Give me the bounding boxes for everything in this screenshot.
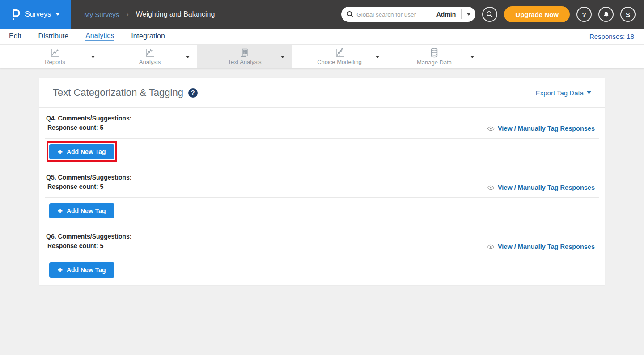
tab-analysis[interactable]: Analysis — [102, 45, 197, 68]
search-icon — [486, 11, 493, 18]
upgrade-now-button[interactable]: Upgrade Now — [504, 6, 570, 22]
surveys-app-menu[interactable]: Surveys — [0, 0, 71, 29]
question-title: Q4. Comments/Suggestions: — [46, 114, 131, 123]
eye-icon — [487, 126, 495, 131]
button-wrap: ✚ Add New Tag — [49, 262, 114, 278]
eye-icon — [487, 244, 495, 249]
notifications-button[interactable] — [598, 7, 614, 22]
trend-chart-icon — [144, 48, 155, 58]
view-link-label: View / Manually Tag Responses — [498, 243, 595, 250]
eye-icon — [487, 185, 495, 190]
search-button[interactable] — [482, 7, 497, 22]
plus-icon: ✚ — [58, 208, 63, 214]
breadcrumb: My Surveys › Weighting and Balancing — [84, 10, 215, 18]
global-search-input[interactable] — [354, 11, 436, 18]
view-manually-tag-link[interactable]: View / Manually Tag Responses — [487, 243, 595, 250]
add-new-tag-button[interactable]: ✚ Add New Tag — [49, 203, 114, 218]
top-bar: Surveys My Surveys › Weighting and Balan… — [0, 0, 644, 29]
tab-manage-data[interactable]: Manage Data — [387, 45, 482, 68]
highlight-annotation: ✚ Add New Tag — [49, 144, 114, 159]
scatter-chart-icon — [334, 48, 345, 58]
tab-choice-modelling[interactable]: Choice Modelling — [292, 45, 387, 68]
question-section-q6: Q6. Comments/Suggestions: Response count… — [39, 226, 605, 285]
plus-icon: ✚ — [58, 149, 63, 155]
question-section-q5: Q5. Comments/Suggestions: Response count… — [39, 167, 605, 226]
breadcrumb-chevron-icon: › — [126, 10, 128, 18]
page-title: Text Categorization & Tagging — [53, 87, 183, 98]
response-count: Response count: 5 — [46, 182, 131, 192]
tab-caret-icon[interactable] — [186, 56, 190, 58]
add-new-tag-label: Add New Tag — [67, 207, 106, 214]
response-count: Response count: 5 — [46, 241, 131, 251]
view-link-label: View / Manually Tag Responses — [498, 125, 595, 132]
tab-text-analysis[interactable]: Text Analysis — [197, 45, 292, 68]
tab-reports[interactable]: Reports — [8, 45, 102, 68]
tab-caret-icon[interactable] — [280, 56, 285, 58]
tab-caret-icon[interactable] — [91, 56, 95, 58]
app-menu-label: Surveys — [25, 10, 51, 18]
scope-caret-icon — [467, 13, 470, 16]
question-title: Q6. Comments/Suggestions: — [46, 232, 131, 241]
response-count: Response count: 5 — [46, 123, 131, 133]
page-content: Text Categorization & Tagging ? Export T… — [0, 68, 644, 355]
export-caret-icon — [587, 91, 591, 94]
tab-label: Analysis — [139, 59, 161, 65]
bell-icon — [602, 11, 610, 18]
database-icon — [429, 47, 440, 58]
question-section-q4: Q4. Comments/Suggestions: Response count… — [39, 108, 605, 167]
breadcrumb-current-survey: Weighting and Balancing — [136, 10, 215, 18]
tab-caret-icon[interactable] — [375, 56, 380, 58]
line-chart-icon — [50, 48, 60, 58]
export-tag-data-dropdown[interactable]: Export Tag Data — [536, 89, 591, 97]
question-mark-icon: ? — [582, 11, 586, 18]
global-search-box[interactable]: Admin — [341, 7, 475, 22]
avatar[interactable]: S — [620, 7, 636, 22]
breadcrumb-my-surveys[interactable]: My Surveys — [84, 11, 119, 18]
document-grid-icon — [240, 48, 250, 58]
help-circle-icon[interactable]: ? — [188, 88, 198, 98]
export-tag-data-label: Export Tag Data — [536, 89, 584, 97]
search-icon — [347, 11, 354, 18]
search-scope-selector[interactable]: Admin — [436, 11, 462, 18]
add-new-tag-button[interactable]: ✚ Add New Tag — [49, 262, 114, 278]
nav-item-integration[interactable]: Integration — [131, 32, 165, 41]
avatar-initial: S — [626, 11, 630, 18]
add-new-tag-button[interactable]: ✚ Add New Tag — [49, 144, 114, 159]
add-new-tag-label: Add New Tag — [67, 148, 106, 155]
text-tagging-panel: Text Categorization & Tagging ? Export T… — [39, 78, 605, 285]
question-title: Q5. Comments/Suggestions: — [46, 173, 131, 182]
tab-caret-icon[interactable] — [470, 56, 475, 58]
app-menu-caret-icon — [55, 13, 60, 16]
view-link-label: View / Manually Tag Responses — [498, 184, 595, 191]
responses-count: Responses: 18 — [589, 33, 634, 40]
plus-icon: ✚ — [58, 267, 63, 273]
add-new-tag-label: Add New Tag — [67, 266, 106, 274]
view-manually-tag-link[interactable]: View / Manually Tag Responses — [487, 184, 595, 191]
view-manually-tag-link[interactable]: View / Manually Tag Responses — [487, 125, 595, 132]
tab-label: Choice Modelling — [317, 59, 362, 65]
search-scope-dropdown[interactable] — [461, 9, 475, 19]
nav-item-analytics[interactable]: Analytics — [85, 32, 114, 41]
tab-label: Reports — [45, 59, 65, 65]
analytics-tabbar: Reports Analysis Text Analysis — [0, 45, 644, 68]
tab-label: Text Analysis — [228, 59, 261, 65]
tab-label: Manage Data — [417, 59, 452, 66]
panel-header: Text Categorization & Tagging ? Export T… — [39, 78, 605, 107]
help-button[interactable]: ? — [576, 7, 592, 22]
nav-item-edit[interactable]: Edit — [9, 32, 21, 41]
proprofs-logo-icon — [11, 9, 21, 21]
survey-nav: Edit Distribute Analytics Integration Re… — [0, 29, 644, 45]
button-wrap: ✚ Add New Tag — [49, 203, 114, 218]
nav-item-distribute[interactable]: Distribute — [38, 32, 69, 41]
topbar-actions: Admin Upgrade Now ? S — [341, 6, 644, 22]
